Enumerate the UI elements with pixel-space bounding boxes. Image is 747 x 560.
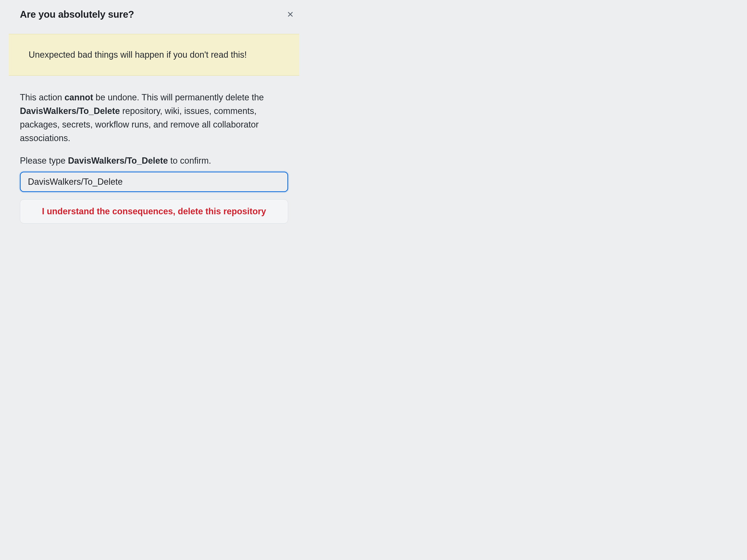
dialog-body: This action cannot be undone. This will … xyxy=(0,76,308,223)
desc-part: be undone. This will permanently delete … xyxy=(93,92,264,102)
confirm-prefix: Please type xyxy=(20,156,68,166)
description-text: This action cannot be undone. This will … xyxy=(20,91,288,145)
confirm-instruction: Please type DavisWalkers/To_Delete to co… xyxy=(20,154,288,167)
confirm-suffix: to confirm. xyxy=(168,156,211,166)
close-button[interactable] xyxy=(284,8,297,20)
desc-cannot: cannot xyxy=(65,92,93,102)
warning-text: Unexpected bad things will happen if you… xyxy=(29,49,279,61)
desc-repo-name: DavisWalkers/To_Delete xyxy=(20,106,120,116)
dialog-header: Are you absolutely sure? xyxy=(0,0,308,29)
confirm-input[interactable] xyxy=(20,171,288,192)
confirm-repo-name: DavisWalkers/To_Delete xyxy=(68,156,168,166)
close-icon xyxy=(286,10,294,19)
desc-part: This action xyxy=(20,92,65,102)
delete-repository-button[interactable]: I understand the consequences, delete th… xyxy=(20,199,288,223)
dialog-title: Are you absolutely sure? xyxy=(20,9,134,20)
delete-repo-dialog: Are you absolutely sure? Unexpected bad … xyxy=(0,0,308,223)
warning-banner: Unexpected bad things will happen if you… xyxy=(9,34,299,76)
